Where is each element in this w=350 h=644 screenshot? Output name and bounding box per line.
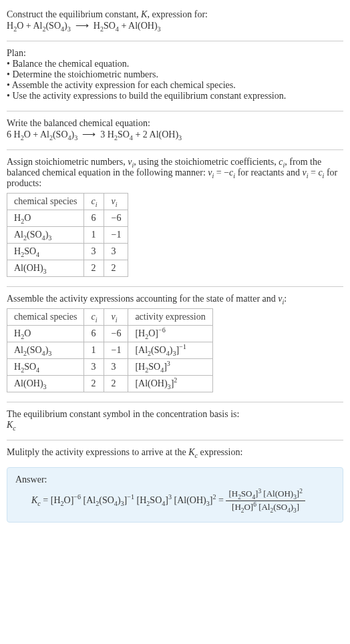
cell-c: 2	[84, 260, 104, 277]
symbol-section: The equilibrium constant symbol in the c…	[7, 405, 343, 437]
prompt-text-pre: Construct the equilibrium constant,	[7, 9, 141, 19]
symbol-line: The equilibrium constant symbol in the c…	[7, 409, 343, 420]
cell-species: H2SO4	[7, 244, 84, 260]
symbol-kc: Kc	[7, 420, 343, 430]
table-row: H2O 6 −6	[7, 210, 128, 227]
plan-item: Balance the chemical equation.	[7, 59, 343, 69]
cell-species: Al(OH)3	[7, 260, 84, 277]
cell-species: H2O	[7, 326, 84, 342]
table-row: H2O 6 −6 [H2O]−6	[7, 326, 213, 342]
fraction-denominator: [H2O]6 [Al2(SO4)3]	[226, 501, 305, 513]
cell-species: Al(OH)3	[7, 376, 84, 392]
balance-title: Write the balanced chemical equation:	[7, 118, 343, 129]
stoich-table: chemical species ci νi H2O 6 −6 Al2(SO4)…	[7, 193, 128, 277]
activity-table: chemical species ci νi activity expressi…	[7, 308, 213, 392]
unbalanced-equation: H2O + Al2(SO4)3 ⟶ H2SO4 + Al(OH)3	[7, 21, 161, 31]
table-header-row: chemical species ci νi activity expressi…	[7, 309, 213, 326]
multiply-section: Mulitply the activity expressions to arr…	[7, 443, 343, 464]
cell-c: 6	[84, 210, 104, 227]
cell-species: Al2(SO4)3	[7, 342, 84, 359]
plan-title: Plan:	[7, 48, 343, 59]
fraction-numerator: [H2SO4]3 [Al(OH)3]2	[226, 489, 305, 501]
prompt-section: Construct the equilibrium constant, K, e…	[7, 5, 343, 38]
cell-v: 2	[104, 260, 128, 277]
divider	[7, 149, 343, 150]
divider	[7, 111, 343, 111]
answer-fraction: [H2SO4]3 [Al(OH)3]2[H2O]6 [Al2(SO4)3]	[226, 489, 305, 513]
cell-activity: [H2O]−6	[128, 326, 212, 342]
col-c: ci	[84, 194, 104, 210]
table-row: Al2(SO4)3 1 −1	[7, 227, 128, 244]
answer-label: Answer:	[15, 474, 335, 485]
plan-item: Assemble the activity expression for eac…	[7, 80, 343, 91]
table-row: H2SO4 3 3 [H2SO4]3	[7, 359, 213, 376]
table-row: H2SO4 3 3	[7, 244, 128, 260]
answer-lhs: Kc = [H2O]−6 [Al2(SO4)3]−1 [H2SO4]3 [Al(…	[31, 495, 226, 505]
table-header-row: chemical species ci νi	[7, 194, 128, 210]
cell-c: 1	[84, 342, 104, 359]
col-v: νi	[104, 194, 128, 210]
cell-species: H2O	[7, 210, 84, 227]
cell-c: 6	[84, 326, 104, 342]
cell-v: −1	[104, 342, 128, 359]
answer-equation: Kc = [H2O]−6 [Al2(SO4)3]−1 [H2SO4]3 [Al(…	[15, 489, 335, 513]
balanced-equation: 6 H2O + Al2(SO4)3 ⟶ 3 H2SO4 + 2 Al(OH)3	[7, 129, 182, 139]
stoich-section: Assign stoichiometric numbers, νi, using…	[7, 153, 343, 284]
multiply-line: Mulitply the activity expressions to arr…	[7, 447, 343, 458]
cell-v: 2	[104, 376, 128, 392]
cell-species: H2SO4	[7, 359, 84, 376]
cell-c: 1	[84, 227, 104, 244]
col-v: νi	[104, 309, 128, 326]
prompt-K: K	[141, 9, 147, 19]
cell-v: −6	[104, 326, 128, 342]
activity-intro: Assemble the activity expressions accoun…	[7, 294, 343, 304]
cell-v: −1	[104, 227, 128, 244]
cell-species: Al2(SO4)3	[7, 227, 84, 244]
stoich-intro: Assign stoichiometric numbers, νi, using…	[7, 157, 343, 189]
col-c: ci	[84, 309, 104, 326]
cell-c: 3	[84, 359, 104, 376]
cell-activity: [Al2(SO4)3]−1	[128, 342, 212, 359]
plan-list: Balance the chemical equation. Determine…	[7, 59, 343, 101]
table-row: Al(OH)3 2 2	[7, 260, 128, 277]
table-row: Al(OH)3 2 2 [Al(OH)3]2	[7, 376, 213, 392]
plan-item: Determine the stoichiometric numbers.	[7, 69, 343, 80]
divider	[7, 402, 343, 402]
activity-section: Assemble the activity expressions accoun…	[7, 290, 343, 399]
plan-section: Plan: Balance the chemical equation. Det…	[7, 44, 343, 108]
cell-v: −6	[104, 210, 128, 227]
cell-c: 3	[84, 244, 104, 260]
col-species: chemical species	[7, 194, 84, 210]
divider	[7, 440, 343, 440]
divider	[7, 41, 343, 41]
cell-activity: [H2SO4]3	[128, 359, 212, 376]
col-species: chemical species	[7, 309, 84, 326]
divider	[7, 286, 343, 287]
plan-item: Use the activity expressions to build th…	[7, 91, 343, 101]
cell-c: 2	[84, 376, 104, 392]
cell-activity: [Al(OH)3]2	[128, 376, 212, 392]
balance-section: Write the balanced chemical equation: 6 …	[7, 114, 343, 147]
table-row: Al2(SO4)3 1 −1 [Al2(SO4)3]−1	[7, 342, 213, 359]
cell-v: 3	[104, 244, 128, 260]
cell-v: 3	[104, 359, 128, 376]
col-activity: activity expression	[128, 309, 212, 326]
prompt-text-post: , expression for:	[147, 9, 208, 19]
answer-box: Answer: Kc = [H2O]−6 [Al2(SO4)3]−1 [H2SO…	[7, 467, 343, 523]
